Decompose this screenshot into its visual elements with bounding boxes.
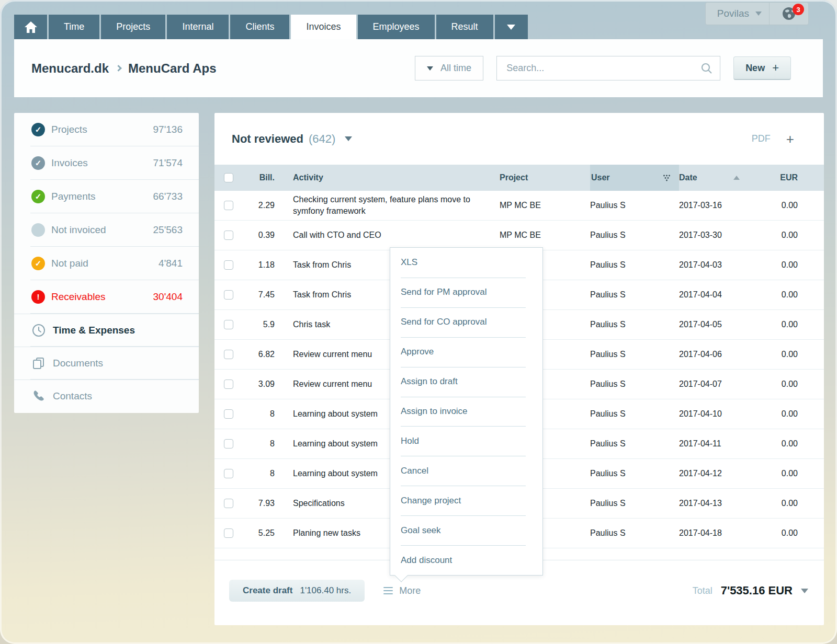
cell-eur: 0.00 — [747, 350, 798, 359]
search-input[interactable] — [496, 56, 720, 80]
col-bill[interactable]: Bill. — [240, 173, 275, 182]
sidebar: Projects 97'136 Invoices 71'574 — [14, 113, 199, 413]
add-button[interactable]: + — [786, 132, 794, 146]
sidebar-stat-item[interactable]: Projects 97'136 — [14, 113, 199, 146]
cell-eur: 0.00 — [747, 499, 798, 508]
row-checkbox[interactable] — [224, 320, 233, 329]
sidebar-stat-item[interactable]: Not paid 4'841 — [14, 247, 199, 280]
cell-eur: 0.00 — [747, 439, 798, 448]
col-user-label: User — [591, 173, 610, 182]
cell-bill: 8 — [240, 439, 275, 448]
nav-tab[interactable]: Employees — [358, 15, 435, 39]
nav-tab[interactable]: Internal — [167, 15, 229, 39]
cell-user: Paulius S — [590, 260, 669, 270]
phone-icon — [32, 389, 46, 403]
cell-bill: 5.25 — [240, 528, 275, 538]
sidebar-item-contacts[interactable]: Contacts — [14, 380, 199, 412]
row-checkbox[interactable] — [224, 528, 233, 538]
new-button[interactable]: New + — [733, 56, 791, 80]
status-icon — [31, 123, 45, 136]
cell-bill: 8 — [240, 469, 275, 478]
sidebar-item-label: Contacts — [53, 390, 92, 402]
row-checkbox[interactable] — [224, 260, 233, 270]
time-range-label: All time — [440, 63, 471, 74]
row-checkbox[interactable] — [224, 231, 233, 240]
context-menu-item[interactable]: Hold — [390, 426, 542, 456]
context-menu-item[interactable]: Send for CO approval — [390, 307, 542, 337]
nav-tab[interactable]: Result — [436, 15, 493, 39]
more-button[interactable]: More — [383, 585, 421, 596]
sidebar-stat-item[interactable]: Not invoiced 25'563 — [14, 213, 199, 246]
stat-label: Invoices — [51, 157, 153, 169]
panel-title[interactable]: Not reviewed — [232, 132, 303, 146]
row-checkbox[interactable] — [224, 290, 233, 300]
cell-date: 2017-04-18 — [679, 528, 747, 538]
row-checkbox[interactable] — [224, 201, 233, 210]
nav-tab[interactable]: Time — [49, 15, 99, 39]
nav-tabs: Time Projects Internal Clients Invoices … — [49, 15, 493, 39]
nav-tab[interactable]: Invoices — [291, 15, 356, 39]
context-menu-item[interactable]: XLS — [390, 248, 542, 278]
row-checkbox[interactable] — [224, 350, 233, 359]
col-eur[interactable]: EUR — [747, 173, 798, 182]
time-range-dropdown[interactable]: All time — [415, 56, 483, 80]
stat-value: 25'563 — [153, 224, 183, 236]
context-menu-item[interactable]: Goal seek — [390, 515, 542, 545]
nav-tab[interactable]: Projects — [101, 15, 165, 39]
row-checkbox[interactable] — [224, 499, 233, 508]
table-row[interactable]: 0.39 Call with CTO and CEO MP MC BE Paul… — [214, 221, 824, 250]
row-checkbox[interactable] — [224, 439, 233, 448]
context-menu-item[interactable]: Change project — [390, 486, 542, 515]
col-user[interactable]: User — [590, 165, 679, 191]
notification-badge: 3 — [793, 4, 804, 15]
col-project[interactable]: Project — [500, 173, 586, 182]
sidebar-item-time-expenses[interactable]: Time & Expenses — [14, 314, 199, 346]
context-menu-item[interactable]: Assign to draft — [390, 367, 542, 397]
chevron-down-icon — [507, 25, 515, 30]
col-activity[interactable]: Activity — [293, 172, 494, 183]
cell-eur: 0.00 — [747, 320, 798, 329]
context-menu-item[interactable]: Assign to invoice — [390, 397, 542, 427]
cell-eur: 0.00 — [747, 469, 798, 478]
main-nav: Time Projects Internal Clients Invoices … — [14, 15, 528, 39]
notifications-button[interactable]: 3 — [769, 3, 808, 25]
pdf-button[interactable]: PDF — [752, 133, 771, 144]
col-date[interactable]: Date — [679, 173, 747, 182]
context-menu-item[interactable]: Send for PM approval — [390, 278, 542, 307]
context-menu-item[interactable]: Cancel — [390, 456, 542, 486]
row-checkbox[interactable] — [224, 469, 233, 478]
cell-user: Paulius S — [590, 350, 669, 359]
stat-value: 71'574 — [153, 157, 183, 169]
sidebar-stat-item[interactable]: Receivables 30'404 — [14, 280, 199, 313]
user-dropdown[interactable]: Povilas — [706, 8, 769, 19]
context-menu-item[interactable]: Add discount — [390, 545, 542, 575]
select-all-checkbox[interactable] — [224, 173, 233, 182]
cell-date: 2017-04-07 — [679, 380, 747, 389]
status-icon — [31, 223, 45, 237]
sidebar-item-documents[interactable]: Documents — [14, 347, 199, 379]
context-menu-item[interactable]: Approve — [390, 337, 542, 367]
breadcrumb-current: MenuCard Aps — [128, 61, 216, 76]
row-checkbox[interactable] — [224, 409, 233, 419]
breadcrumb: Menucard.dk MenuCard Aps — [31, 61, 217, 76]
sidebar-stat-item[interactable]: Payments 66'733 — [14, 180, 199, 213]
chevron-down-icon[interactable] — [345, 136, 352, 141]
new-button-label: New — [745, 63, 765, 74]
cell-activity: Call with CTO and CEO — [293, 229, 494, 241]
cell-date: 2017-04-13 — [679, 499, 747, 508]
create-draft-button[interactable]: Create draft 1'106.40 hrs. — [229, 580, 365, 602]
sidebar-stat-item[interactable]: Invoices 71'574 — [14, 146, 199, 179]
cell-user: Paulius S — [590, 231, 669, 240]
table-row[interactable]: 2.29 Checking current system, feature pl… — [214, 191, 824, 221]
breadcrumb-parent[interactable]: Menucard.dk — [31, 61, 109, 76]
row-checkbox[interactable] — [224, 380, 233, 389]
nav-tab[interactable]: Clients — [230, 15, 289, 39]
cell-bill: 1.18 — [240, 260, 275, 270]
col-date-label: Date — [679, 173, 697, 182]
cell-date: 2017-04-06 — [679, 350, 747, 359]
chevron-right-icon — [115, 65, 122, 72]
home-tab[interactable] — [14, 15, 47, 39]
chevron-down-icon[interactable] — [801, 589, 808, 593]
nav-overflow-tab[interactable] — [495, 15, 528, 39]
cell-eur: 0.00 — [747, 409, 798, 419]
